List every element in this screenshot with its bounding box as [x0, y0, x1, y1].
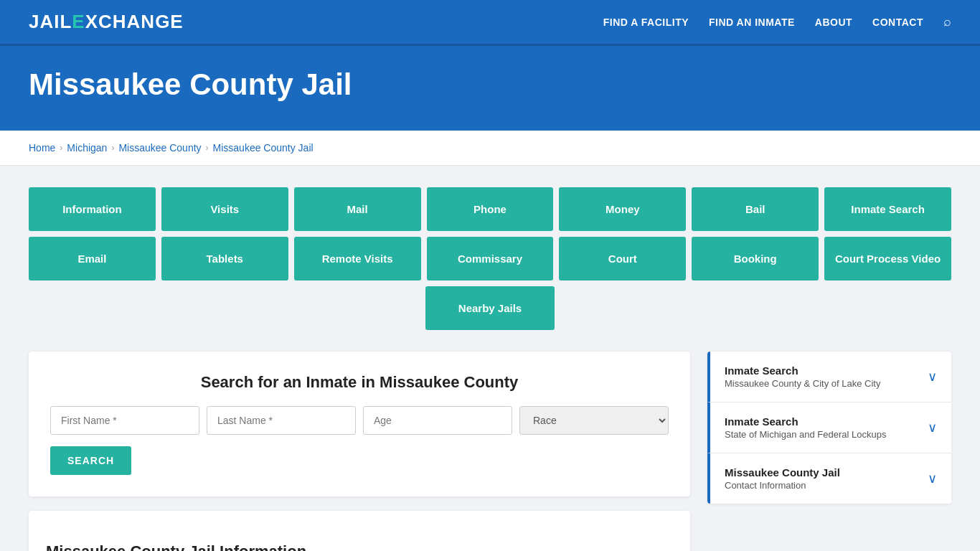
page-title: Missaukee County Jail — [29, 67, 951, 102]
sidebar-sub-1: Missaukee County & City of Lake City — [725, 378, 880, 389]
search-button[interactable]: SEARCH — [50, 446, 131, 475]
left-column: Search for an Inmate in Missaukee County… — [29, 352, 690, 551]
sidebar-title-2: Inmate Search — [725, 415, 886, 428]
first-name-input[interactable] — [50, 406, 199, 435]
race-select[interactable]: Race White Black Hispanic Asian Other — [519, 406, 669, 435]
main-content: Information Visits Mail Phone Money Bail… — [0, 166, 980, 551]
btn-mail[interactable]: Mail — [294, 187, 421, 231]
logo-exchange: XCHANGE — [85, 11, 184, 32]
btn-phone[interactable]: Phone — [427, 187, 554, 231]
chevron-down-icon-2: ∨ — [928, 420, 937, 435]
sidebar-sub-2: State of Michigan and Federal Lockups — [725, 429, 886, 440]
logo-x: E — [72, 11, 85, 32]
btn-inmate-search[interactable]: Inmate Search — [824, 187, 951, 231]
main-nav: FIND A FACILITY FIND AN INMATE ABOUT CON… — [603, 14, 951, 29]
search-toggle-button[interactable]: ⌕ — [943, 14, 951, 29]
info-section: Missaukee County Jail Information — [29, 511, 690, 551]
btn-commissary[interactable]: Commissary — [427, 237, 554, 281]
btn-money[interactable]: Money — [559, 187, 686, 231]
nav-contact[interactable]: CONTACT — [872, 17, 923, 28]
sidebar-item-contact-info[interactable]: Missaukee County Jail Contact Informatio… — [707, 453, 951, 504]
breadcrumb-missaukee-county[interactable]: Missaukee County — [118, 142, 201, 154]
nav-find-inmate[interactable]: FIND AN INMATE — [709, 17, 795, 28]
site-logo[interactable]: JAILEXCHANGE — [29, 11, 184, 33]
hero-section: Missaukee County Jail — [0, 46, 980, 131]
button-grid-row3: Nearby Jails — [29, 286, 951, 330]
btn-nearby-jails[interactable]: Nearby Jails — [425, 286, 555, 330]
search-heading: Search for an Inmate in Missaukee County — [50, 373, 669, 392]
age-input[interactable] — [363, 406, 512, 435]
btn-booking[interactable]: Booking — [692, 237, 819, 281]
nav-about[interactable]: ABOUT — [815, 17, 852, 28]
chevron-down-icon-3: ∨ — [928, 471, 937, 486]
btn-court[interactable]: Court — [559, 237, 686, 281]
breadcrumb-bar: Home › Michigan › Missaukee County › Mis… — [0, 131, 980, 166]
btn-bail[interactable]: Bail — [692, 187, 819, 231]
search-box: Search for an Inmate in Missaukee County… — [29, 352, 690, 496]
site-header: JAILEXCHANGE FIND A FACILITY FIND AN INM… — [0, 0, 980, 46]
content-area: Search for an Inmate in Missaukee County… — [29, 352, 951, 551]
btn-visits[interactable]: Visits — [161, 187, 288, 231]
btn-remote-visits[interactable]: Remote Visits — [294, 237, 421, 281]
btn-email[interactable]: Email — [29, 237, 156, 281]
breadcrumb-home[interactable]: Home — [29, 142, 55, 154]
last-name-input[interactable] — [207, 406, 356, 435]
chevron-down-icon-1: ∨ — [928, 369, 937, 385]
btn-tablets[interactable]: Tablets — [161, 237, 288, 281]
nav-find-facility[interactable]: FIND A FACILITY — [603, 17, 689, 28]
sidebar-item-inmate-search-2[interactable]: Inmate Search State of Michigan and Fede… — [707, 402, 951, 453]
breadcrumb-sep-3: › — [206, 143, 209, 153]
breadcrumb: Home › Michigan › Missaukee County › Mis… — [29, 142, 951, 154]
search-fields: Race White Black Hispanic Asian Other — [50, 406, 669, 435]
button-grid-row1: Information Visits Mail Phone Money Bail… — [29, 187, 951, 231]
breadcrumb-sep-2: › — [111, 143, 114, 153]
breadcrumb-michigan[interactable]: Michigan — [67, 142, 107, 154]
btn-information[interactable]: Information — [29, 187, 156, 231]
sidebar-sub-3: Contact Information — [725, 480, 840, 491]
sidebar-title-3: Missaukee County Jail — [725, 466, 840, 479]
sidebar-card: Inmate Search Missaukee County & City of… — [707, 352, 951, 504]
breadcrumb-sep-1: › — [60, 143, 62, 153]
sidebar-item-inmate-search-1[interactable]: Inmate Search Missaukee County & City of… — [707, 352, 951, 402]
sidebar-title-1: Inmate Search — [725, 364, 880, 377]
sidebar: Inmate Search Missaukee County & City of… — [707, 352, 951, 551]
logo-jail: JAIL — [29, 11, 72, 32]
button-grid-row2: Email Tablets Remote Visits Commissary C… — [29, 237, 951, 281]
info-heading: Missaukee County Jail Information — [46, 542, 673, 551]
breadcrumb-current[interactable]: Missaukee County Jail — [213, 142, 314, 154]
btn-court-process-video[interactable]: Court Process Video — [824, 237, 951, 281]
